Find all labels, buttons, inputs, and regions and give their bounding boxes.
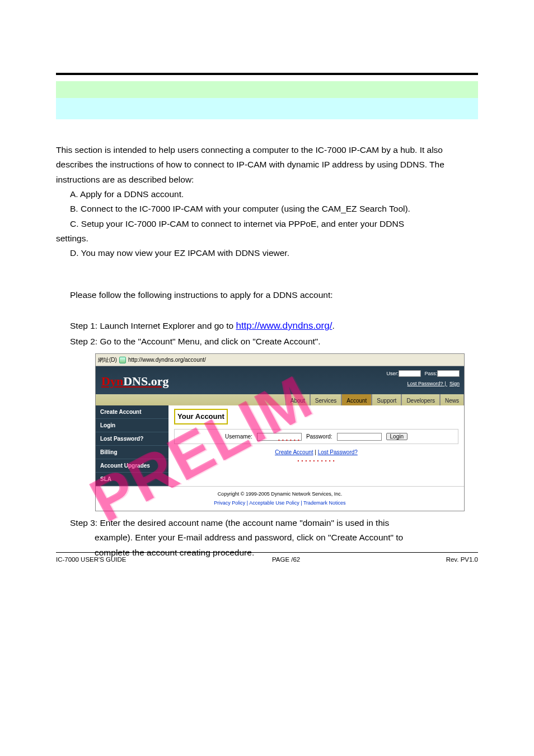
step-1: Step 1: Launch Internet Explorer and go … bbox=[56, 318, 478, 334]
step-3-line2: example). Enter your E-mail address and … bbox=[56, 530, 478, 545]
user-input[interactable] bbox=[399, 370, 421, 377]
logo-rest: DNS.org bbox=[123, 374, 168, 388]
nav-tabs: About Services Account Support Developer… bbox=[96, 394, 464, 405]
user-label: User: bbox=[386, 371, 399, 376]
create-account-link[interactable]: Create Account bbox=[275, 449, 313, 455]
your-account-heading: Your Account bbox=[174, 409, 228, 424]
username-label: Username: bbox=[225, 432, 252, 441]
step1-text-a: Step 1: Launch Internet Explorer and go … bbox=[70, 321, 236, 330]
lost-password-link[interactable]: Lost Password? bbox=[407, 381, 443, 386]
dyndns-screenshot: 網址(D) http://www.dyndns.org/account/ Dyn… bbox=[95, 353, 465, 511]
step-3-line1: Step 3: Enter the desired account name (… bbox=[56, 516, 478, 530]
main-panel: Your Account Username: • • • • • • Passw… bbox=[168, 405, 464, 486]
dyndns-link[interactable]: http://www.dyndns.org/ bbox=[236, 320, 332, 331]
login-button[interactable]: Login bbox=[386, 433, 407, 440]
footer-right: Rev. PV1.0 bbox=[446, 556, 478, 563]
sidebar: Create Account Login Lost Password? Bill… bbox=[96, 405, 168, 486]
pass-label: Pass: bbox=[424, 371, 437, 376]
red-dots-icon: • • • • • • bbox=[278, 436, 300, 444]
footer-page-total: /62 bbox=[291, 556, 300, 563]
intro-paragraph: This section is intended to help users c… bbox=[56, 143, 478, 187]
footer-center: PAGE /62 bbox=[272, 556, 300, 563]
account-links: Create Account | Lost Password? • • • • … bbox=[174, 447, 458, 465]
logo-dyn: Dyn bbox=[101, 374, 123, 388]
top-rule bbox=[56, 73, 478, 75]
site-header: DynDNS.org User: Pass: Lost Password? | … bbox=[96, 366, 464, 394]
header-links: Lost Password? | Sign bbox=[386, 380, 460, 388]
tab-about[interactable]: About bbox=[285, 394, 310, 405]
item-b: B. Connect to the IC-7000 IP-CAM with yo… bbox=[56, 202, 478, 216]
password-label: Password: bbox=[306, 433, 332, 440]
green-band bbox=[56, 81, 478, 98]
sidebar-login[interactable]: Login bbox=[96, 419, 168, 432]
copyright-text: Copyright © 1999-2005 Dynamic Network Se… bbox=[99, 490, 461, 498]
password-input[interactable] bbox=[337, 433, 382, 441]
header-login: User: Pass: Lost Password? | Sign bbox=[384, 370, 460, 388]
step-2: Step 2: Go to the "Account" Menu, and cl… bbox=[56, 334, 478, 349]
pass-input[interactable] bbox=[437, 370, 460, 377]
password-label-wrap: • • • • • • Password: bbox=[306, 432, 332, 441]
addr-url: http://www.dyndns.org/account/ bbox=[128, 355, 206, 365]
globe-icon bbox=[119, 357, 126, 363]
red-dots-icon-2: • • • • • • • • • • bbox=[174, 457, 458, 465]
apply-intro: Please follow the following instructions… bbox=[56, 288, 478, 302]
sidebar-sla[interactable]: SLA bbox=[96, 473, 168, 486]
footer-left: IC-7000 USER'S GUIDE bbox=[56, 556, 127, 563]
site-body: Create Account Login Lost Password? Bill… bbox=[96, 405, 464, 486]
lost-password-link-main[interactable]: Lost Password? bbox=[318, 449, 358, 455]
site-footer: Copyright © 1999-2005 Dynamic Network Se… bbox=[96, 486, 464, 511]
tab-news[interactable]: News bbox=[440, 394, 464, 405]
link-separator: | bbox=[313, 449, 318, 455]
sidebar-create-account[interactable]: Create Account bbox=[96, 405, 168, 419]
sidebar-lost-password[interactable]: Lost Password? bbox=[96, 432, 168, 446]
cyan-band bbox=[56, 98, 478, 119]
item-a: A. Apply for a DDNS account. bbox=[56, 187, 478, 202]
item-c-line2: settings. bbox=[56, 231, 478, 246]
document-page: This section is intended to help users c… bbox=[0, 0, 534, 594]
step1-text-b: . bbox=[332, 321, 334, 330]
tab-services[interactable]: Services bbox=[310, 394, 341, 405]
addr-label: 網址(D) bbox=[98, 355, 117, 365]
footer-page-label: PAGE bbox=[272, 556, 291, 563]
login-row: Username: • • • • • • Password: Login bbox=[174, 429, 458, 444]
item-d: D. You may now view your EZ IPCAM with D… bbox=[56, 246, 478, 260]
item-c-line1: C. Setup your IC-7000 IP-CAM to connect … bbox=[56, 217, 478, 231]
page-footer: IC-7000 USER'S GUIDE PAGE /62 Rev. PV1.0 bbox=[56, 552, 478, 563]
tab-developers[interactable]: Developers bbox=[401, 394, 440, 405]
sidebar-billing[interactable]: Billing bbox=[96, 446, 168, 459]
tab-support[interactable]: Support bbox=[372, 394, 401, 405]
footer-links: Privacy Policy | Acceptable Use Policy |… bbox=[214, 500, 345, 506]
sidebar-account-upgrades[interactable]: Account Upgrades bbox=[96, 459, 168, 473]
body-content: This section is intended to help users c… bbox=[56, 143, 478, 560]
tab-account[interactable]: Account bbox=[341, 394, 372, 405]
address-bar: 網址(D) http://www.dyndns.org/account/ bbox=[96, 354, 464, 366]
sign-link[interactable]: Sign bbox=[449, 381, 460, 386]
